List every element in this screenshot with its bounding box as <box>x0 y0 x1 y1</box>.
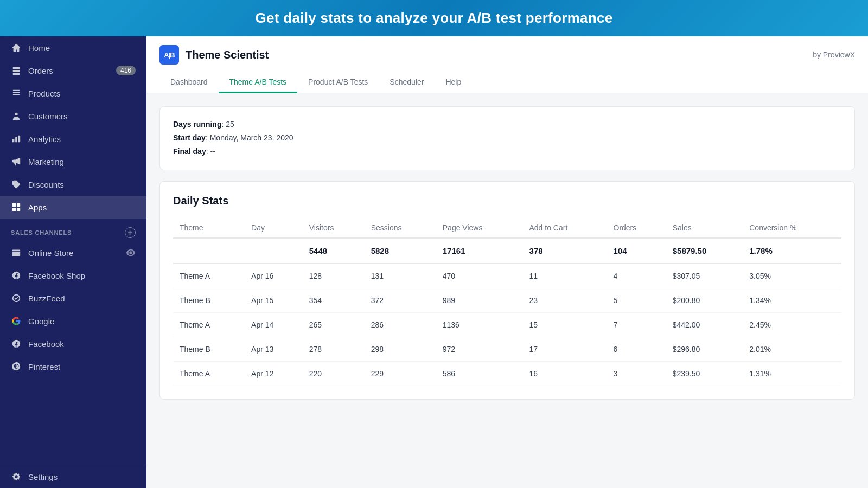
totals-add-to-cart: 378 <box>522 238 607 264</box>
cell-day: Apr 13 <box>245 337 303 361</box>
tab-help[interactable]: Help <box>435 72 472 93</box>
sidebar-item-settings[interactable]: Settings <box>0 465 146 488</box>
analytics-icon <box>11 133 22 144</box>
cell-add-to-cart: 11 <box>522 264 607 288</box>
orders-badge: 416 <box>116 66 136 75</box>
cell-conversion: 1.31% <box>743 361 841 386</box>
cell-page-views: 989 <box>436 288 523 312</box>
cell-conversion: 2.45% <box>743 312 841 337</box>
sidebar-label-apps: Apps <box>28 203 47 212</box>
days-running-row: Days running: 25 <box>173 118 841 131</box>
cell-sessions: 372 <box>365 288 436 312</box>
cell-visitors: 278 <box>303 337 365 361</box>
content-area: A|B Theme Scientist by PreviewX Dashboar… <box>146 36 868 488</box>
google-icon <box>11 316 22 326</box>
eye-icon[interactable] <box>126 248 136 258</box>
stats-card: Daily Stats Theme Day Visitors Sessions … <box>159 181 855 400</box>
sidebar-label-online-store: Online Store <box>28 248 73 258</box>
cell-add-to-cart: 17 <box>522 337 607 361</box>
sidebar-item-marketing[interactable]: Marketing <box>0 150 146 173</box>
sidebar-item-apps[interactable]: Apps <box>0 196 146 219</box>
sidebar-label-orders: Orders <box>28 66 53 75</box>
cell-add-to-cart: 16 <box>522 361 607 386</box>
cell-add-to-cart: 23 <box>522 288 607 312</box>
cell-page-views: 1136 <box>436 312 523 337</box>
tab-scheduler[interactable]: Scheduler <box>379 72 435 93</box>
table-row: Theme B Apr 15 354 372 989 23 5 $200.80 … <box>173 288 841 312</box>
cell-sessions: 131 <box>365 264 436 288</box>
sidebar-item-products[interactable]: Products <box>0 82 146 105</box>
sidebar-label-marketing: Marketing <box>28 157 64 166</box>
sales-channels-section: SALES CHANNELS + <box>0 219 146 241</box>
sidebar-label-settings: Settings <box>28 472 58 481</box>
sidebar-item-google[interactable]: Google <box>0 310 146 332</box>
orders-icon <box>11 65 22 76</box>
sidebar-item-customers[interactable]: Customers <box>0 105 146 127</box>
cell-sales: $307.05 <box>666 264 743 288</box>
cell-orders: 6 <box>607 337 666 361</box>
cell-theme: Theme A <box>173 361 245 386</box>
cell-conversion: 2.01% <box>743 337 841 361</box>
top-banner: Get daily stats to analyze your A/B test… <box>0 0 868 36</box>
pinterest-icon <box>11 361 22 372</box>
totals-theme <box>173 238 245 264</box>
cell-visitors: 265 <box>303 312 365 337</box>
cell-sales: $239.50 <box>666 361 743 386</box>
sidebar-item-home[interactable]: Home <box>0 36 146 59</box>
totals-visitors: 5448 <box>303 238 365 264</box>
cell-day: Apr 12 <box>245 361 303 386</box>
col-sales: Sales <box>666 218 743 238</box>
svg-rect-1 <box>17 203 20 207</box>
sidebar-label-products: Products <box>28 89 60 98</box>
table-row: Theme B Apr 13 278 298 972 17 6 $296.80 … <box>173 337 841 361</box>
online-store-icons <box>126 248 136 258</box>
svg-rect-0 <box>12 203 16 207</box>
tab-bar: Dashboard Theme A/B Tests Product A/B Te… <box>159 72 855 93</box>
app-logo: A|B <box>159 45 179 65</box>
facebook-shop-icon <box>11 270 22 281</box>
sidebar-item-facebook[interactable]: Facebook <box>0 332 146 355</box>
cell-visitors: 354 <box>303 288 365 312</box>
cell-conversion: 3.05% <box>743 264 841 288</box>
sidebar-label-buzzfeed: BuzzFeed <box>28 294 65 303</box>
cell-day: Apr 16 <box>245 264 303 288</box>
cell-conversion: 1.34% <box>743 288 841 312</box>
cell-theme: Theme B <box>173 288 245 312</box>
tab-product-ab-tests[interactable]: Product A/B Tests <box>297 72 379 93</box>
totals-page-views: 17161 <box>436 238 523 264</box>
facebook-icon <box>11 338 22 349</box>
add-channel-button[interactable]: + <box>125 227 136 238</box>
sidebar-label-facebook-shop: Facebook Shop <box>28 271 85 280</box>
col-day: Day <box>245 218 303 238</box>
sidebar-item-online-store[interactable]: Online Store <box>0 241 146 264</box>
totals-conversion: 1.78% <box>743 238 841 264</box>
totals-row: 5448 5828 17161 378 104 $5879.50 1.78% <box>173 238 841 264</box>
col-page-views: Page Views <box>436 218 523 238</box>
totals-sales: $5879.50 <box>666 238 743 264</box>
col-theme: Theme <box>173 218 245 238</box>
sidebar-item-discounts[interactable]: Discounts <box>0 173 146 196</box>
sidebar-item-facebook-shop[interactable]: Facebook Shop <box>0 264 146 287</box>
table-row: Theme A Apr 16 128 131 470 11 4 $307.05 … <box>173 264 841 288</box>
sidebar-item-pinterest[interactable]: Pinterest <box>0 355 146 378</box>
cell-sales: $200.80 <box>666 288 743 312</box>
cell-theme: Theme A <box>173 264 245 288</box>
table-row: Theme A Apr 14 265 286 1136 15 7 $442.00… <box>173 312 841 337</box>
settings-icon <box>11 471 22 482</box>
cell-orders: 3 <box>607 361 666 386</box>
days-running-value: 25 <box>226 120 234 129</box>
totals-orders: 104 <box>607 238 666 264</box>
sidebar-item-orders[interactable]: Orders 416 <box>0 59 146 82</box>
tab-dashboard[interactable]: Dashboard <box>159 72 219 93</box>
sidebar: Home Orders 416 Products Customers <box>0 36 146 488</box>
tab-theme-ab-tests[interactable]: Theme A/B Tests <box>219 72 298 93</box>
app-logo-text: A|B <box>164 51 174 59</box>
sidebar-item-buzzfeed[interactable]: BuzzFeed <box>0 287 146 310</box>
days-running-label: Days running <box>173 120 221 129</box>
sidebar-label-customers: Customers <box>28 112 68 121</box>
banner-text: Get daily stats to analyze your A/B test… <box>255 10 612 26</box>
cell-page-views: 470 <box>436 264 523 288</box>
buzzfeed-icon <box>11 293 22 304</box>
sidebar-item-analytics[interactable]: Analytics <box>0 127 146 150</box>
cell-page-views: 586 <box>436 361 523 386</box>
